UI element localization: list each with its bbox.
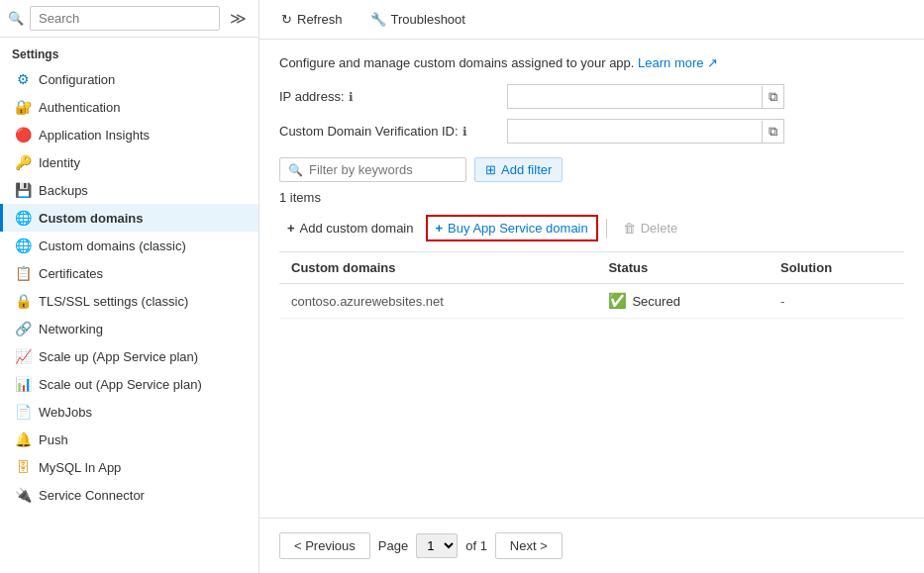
sidebar-item-configuration[interactable]: ⚙ Configuration (0, 65, 258, 93)
sidebar-item-mysql-in-app[interactable]: 🗄 MySQL In App (0, 453, 258, 481)
sidebar-item-application-insights[interactable]: 🔴 Application Insights (0, 121, 258, 148)
status-text: Secured (632, 294, 679, 309)
sidebar-item-tls-ssl[interactable]: 🔒 TLS/SSL settings (classic) (0, 287, 258, 315)
sidebar-label-networking: Networking (39, 322, 103, 336)
domains-table-body: contoso.azurewebsites.net ✅ Secured - (279, 284, 904, 319)
sidebar-icon-service-connector: 🔌 (15, 487, 31, 503)
troubleshoot-icon: 🔧 (370, 12, 386, 27)
previous-button[interactable]: < Previous (279, 532, 370, 559)
sidebar-icon-authentication: 🔐 (15, 99, 31, 115)
sidebar-icon-networking: 🔗 (15, 321, 31, 336)
learn-more-link[interactable]: Learn more ↗ (638, 55, 718, 70)
ip-address-label: IP address: ℹ (279, 89, 497, 104)
sidebar-label-push: Push (39, 432, 68, 447)
refresh-button[interactable]: ↻ Refresh (275, 8, 349, 31)
troubleshoot-button[interactable]: 🔧 Troubleshoot (364, 8, 471, 31)
page-label: Page (378, 538, 408, 553)
filter-row: 🔍 ⊞ Add filter (279, 157, 904, 182)
sidebar-label-certificates: Certificates (39, 266, 103, 281)
status-cell: ✅ Secured (596, 284, 769, 319)
buy-domain-icon: + (436, 221, 444, 236)
table-header-row: Custom domains Status Solution (279, 252, 904, 284)
delete-icon: 🗑 (623, 221, 636, 236)
sidebar-label-mysql-in-app: MySQL In App (39, 460, 121, 475)
search-icon: 🔍 (8, 11, 24, 26)
sidebar-label-custom-domains-classic: Custom domains (classic) (39, 239, 186, 253)
sidebar-icon-custom-domains: 🌐 (15, 210, 31, 226)
sidebar-label-service-connector: Service Connector (39, 488, 145, 503)
sidebar-search-bar: 🔍 ≫ (0, 0, 258, 38)
page-of-label: of 1 (465, 538, 487, 553)
sidebar-item-networking[interactable]: 🔗 Networking (0, 315, 258, 342)
solution-cell: - (769, 284, 904, 319)
sidebar-items: ⚙ Configuration 🔐 Authentication 🔴 Appli… (0, 65, 258, 509)
custom-domain-id-copy-button[interactable]: ⧉ (762, 121, 783, 143)
buy-app-service-domain-button[interactable]: + Buy App Service domain (426, 215, 598, 241)
add-custom-domain-icon: + (287, 221, 295, 236)
sidebar-item-scale-up[interactable]: 📈 Scale up (App Service plan) (0, 342, 258, 370)
col-custom-domains: Custom domains (279, 252, 596, 284)
collapse-sidebar-button[interactable]: ≫ (226, 7, 251, 30)
filter-input-wrap: 🔍 (279, 157, 466, 182)
add-filter-icon: ⊞ (485, 162, 496, 177)
sidebar-item-backups[interactable]: 💾 Backups (0, 176, 258, 204)
sidebar-item-authentication[interactable]: 🔐 Authentication (0, 93, 258, 121)
description-text: Configure and manage custom domains assi… (279, 55, 634, 70)
sidebar-item-identity[interactable]: 🔑 Identity (0, 148, 258, 176)
page-select[interactable]: 1 (416, 533, 458, 558)
sidebar-item-certificates[interactable]: 📋 Certificates (0, 259, 258, 287)
sidebar-label-backups: Backups (39, 183, 88, 198)
add-filter-button[interactable]: ⊞ Add filter (474, 157, 563, 182)
custom-domain-id-label: Custom Domain Verification ID: ℹ (279, 124, 497, 139)
sidebar-icon-webjobs: 📄 (15, 404, 31, 420)
filter-search-icon: 🔍 (288, 163, 303, 177)
sidebar-icon-identity: 🔑 (15, 154, 31, 170)
sidebar-item-webjobs[interactable]: 📄 WebJobs (0, 398, 258, 426)
sidebar-label-custom-domains: Custom domains (39, 211, 143, 226)
col-solution: Solution (769, 252, 904, 284)
secured-icon: ✅ (608, 292, 627, 310)
ip-address-info-icon[interactable]: ℹ (349, 90, 354, 104)
settings-section-title: Settings (0, 38, 258, 65)
troubleshoot-label: Troubleshoot (391, 12, 465, 27)
col-status: Status (596, 252, 769, 284)
add-filter-label: Add filter (501, 162, 552, 177)
sidebar-icon-scale-up: 📈 (15, 348, 31, 364)
delete-button[interactable]: 🗑 Delete (615, 217, 686, 239)
custom-domain-id-row: Custom Domain Verification ID: ℹ ⧉ (279, 119, 904, 143)
sidebar-item-custom-domains[interactable]: 🌐 Custom domains (0, 204, 258, 232)
main-content-area: Configure and manage custom domains assi… (259, 40, 924, 518)
domain-cell: contoso.azurewebsites.net (279, 284, 596, 319)
page-description: Configure and manage custom domains assi… (279, 55, 904, 70)
sidebar-label-scale-out: Scale out (App Service plan) (39, 377, 202, 392)
ip-address-copy-button[interactable]: ⧉ (762, 86, 783, 108)
table-row: contoso.azurewebsites.net ✅ Secured - (279, 284, 904, 319)
sidebar-label-application-insights: Application Insights (39, 128, 150, 143)
sidebar-item-push[interactable]: 🔔 Push (0, 426, 258, 453)
sidebar-item-scale-out[interactable]: 📊 Scale out (App Service plan) (0, 370, 258, 398)
sidebar-label-scale-up: Scale up (App Service plan) (39, 349, 198, 364)
pagination: < Previous Page 1 of 1 Next > (259, 518, 924, 573)
filter-input[interactable] (309, 162, 458, 177)
sidebar-icon-backups: 💾 (15, 182, 31, 198)
actions-row: + Add custom domain + Buy App Service do… (279, 215, 904, 252)
search-input[interactable] (30, 6, 220, 31)
custom-domain-id-info-icon[interactable]: ℹ (462, 125, 467, 139)
sidebar-icon-push: 🔔 (15, 431, 31, 447)
sidebar-icon-tls-ssl: 🔒 (15, 293, 31, 309)
add-custom-domain-button[interactable]: + Add custom domain (279, 217, 422, 239)
sidebar-icon-scale-out: 📊 (15, 376, 31, 392)
custom-domain-id-input[interactable] (508, 120, 762, 143)
items-count: 1 items (279, 190, 904, 205)
sidebar-icon-certificates: 📋 (15, 265, 31, 281)
add-custom-domain-label: Add custom domain (300, 221, 414, 236)
sidebar-item-service-connector[interactable]: 🔌 Service Connector (0, 481, 258, 509)
domains-table: Custom domains Status Solution contoso.a… (279, 252, 904, 319)
sidebar-label-identity: Identity (39, 155, 80, 170)
ip-address-input[interactable] (508, 85, 762, 108)
custom-domain-id-field-wrap: ⧉ (507, 119, 784, 143)
next-button[interactable]: Next > (495, 532, 563, 559)
sidebar-item-custom-domains-classic[interactable]: 🌐 Custom domains (classic) (0, 232, 258, 259)
toolbar: ↻ Refresh 🔧 Troubleshoot (259, 0, 924, 40)
sidebar-label-webjobs: WebJobs (39, 405, 92, 420)
